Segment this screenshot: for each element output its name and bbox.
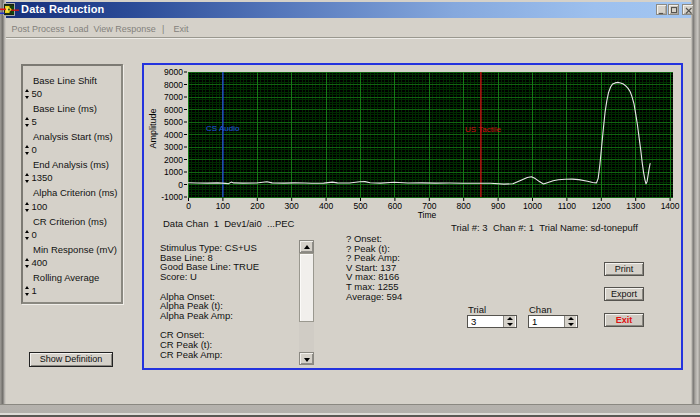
svg-text:-1000: -1000 <box>161 192 183 202</box>
svg-text:900: 900 <box>491 201 505 211</box>
svg-text:CS Audio: CS Audio <box>206 124 240 133</box>
svg-text:1000: 1000 <box>164 167 183 177</box>
svg-text:US Tactile: US Tactile <box>465 125 501 134</box>
svg-text:Amplitude: Amplitude <box>148 108 158 148</box>
svg-text:4000: 4000 <box>164 130 183 140</box>
svg-text:5000: 5000 <box>164 117 183 127</box>
svg-text:1200: 1200 <box>592 201 611 211</box>
svg-text:200: 200 <box>250 201 264 211</box>
svg-text:6000: 6000 <box>164 105 183 115</box>
svg-text:1000: 1000 <box>523 201 542 211</box>
svg-text:300: 300 <box>285 201 299 211</box>
svg-text:600: 600 <box>388 201 402 211</box>
svg-text:1400: 1400 <box>661 201 680 211</box>
svg-text:Time: Time <box>418 210 437 220</box>
svg-text:3000: 3000 <box>164 142 183 152</box>
svg-text:2000: 2000 <box>164 155 183 165</box>
svg-text:1300: 1300 <box>626 201 645 211</box>
svg-text:800: 800 <box>457 201 471 211</box>
svg-text:9000: 9000 <box>164 67 183 77</box>
svg-text:400: 400 <box>319 201 333 211</box>
svg-text:0: 0 <box>178 180 183 190</box>
svg-text:7000: 7000 <box>164 92 183 102</box>
svg-text:8000: 8000 <box>164 80 183 90</box>
svg-text:500: 500 <box>353 201 367 211</box>
svg-text:100: 100 <box>216 201 230 211</box>
svg-text:1100: 1100 <box>558 201 577 211</box>
svg-text:0: 0 <box>186 201 191 211</box>
